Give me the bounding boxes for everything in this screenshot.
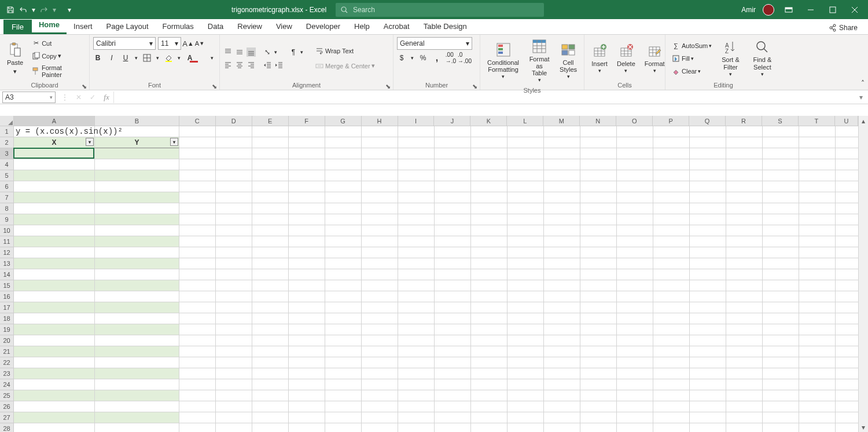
cell[interactable] bbox=[398, 291, 435, 302]
cell[interactable] bbox=[398, 346, 435, 357]
cell[interactable] bbox=[95, 181, 179, 192]
cell[interactable] bbox=[617, 203, 653, 214]
align-middle-icon[interactable] bbox=[235, 47, 244, 57]
cell[interactable] bbox=[580, 258, 617, 269]
cell[interactable] bbox=[763, 412, 799, 423]
cell[interactable] bbox=[289, 357, 325, 368]
cancel-icon[interactable]: ✕ bbox=[74, 93, 83, 102]
cell[interactable] bbox=[95, 379, 179, 390]
cell[interactable] bbox=[507, 236, 544, 247]
cell[interactable] bbox=[617, 192, 653, 203]
cell[interactable] bbox=[95, 225, 179, 236]
cell[interactable] bbox=[435, 346, 471, 357]
cell[interactable] bbox=[216, 225, 252, 236]
cell[interactable] bbox=[435, 192, 471, 203]
cell[interactable] bbox=[362, 335, 398, 346]
cell[interactable] bbox=[398, 170, 435, 181]
increase-decimal-icon[interactable]: .00→.0 bbox=[446, 53, 455, 63]
cell[interactable] bbox=[95, 390, 179, 401]
cell[interactable] bbox=[95, 203, 179, 214]
cell[interactable] bbox=[179, 280, 216, 291]
cell[interactable] bbox=[14, 225, 95, 236]
cell[interactable] bbox=[325, 214, 362, 225]
cell[interactable] bbox=[544, 247, 580, 258]
cell[interactable] bbox=[799, 225, 836, 236]
expand-formula-bar-icon[interactable]: ▾ bbox=[856, 93, 866, 102]
cell[interactable] bbox=[507, 291, 544, 302]
cell[interactable] bbox=[580, 225, 617, 236]
cell[interactable] bbox=[435, 159, 471, 170]
cell[interactable] bbox=[179, 324, 216, 335]
cell[interactable] bbox=[507, 126, 544, 137]
cell[interactable] bbox=[690, 368, 726, 379]
cell[interactable] bbox=[362, 225, 398, 236]
cell[interactable] bbox=[179, 346, 216, 357]
cell[interactable] bbox=[799, 203, 836, 214]
cell[interactable] bbox=[325, 335, 362, 346]
cell[interactable] bbox=[726, 423, 763, 432]
tab-help[interactable]: Help bbox=[347, 19, 377, 34]
cell[interactable] bbox=[95, 170, 179, 181]
cell[interactable] bbox=[471, 148, 507, 159]
cell[interactable] bbox=[95, 368, 179, 379]
cell[interactable] bbox=[216, 379, 252, 390]
cell[interactable] bbox=[617, 170, 653, 181]
cell[interactable] bbox=[726, 368, 763, 379]
cell[interactable] bbox=[216, 390, 252, 401]
cell[interactable] bbox=[763, 170, 799, 181]
cell[interactable] bbox=[179, 423, 216, 432]
column-header[interactable]: M bbox=[543, 116, 580, 126]
cell[interactable] bbox=[14, 379, 95, 390]
cell[interactable] bbox=[726, 247, 763, 258]
cell[interactable] bbox=[799, 401, 836, 412]
cell[interactable] bbox=[653, 236, 690, 247]
cell[interactable] bbox=[252, 236, 289, 247]
cell[interactable] bbox=[398, 181, 435, 192]
cell[interactable] bbox=[216, 346, 252, 357]
cell[interactable] bbox=[179, 192, 216, 203]
cell[interactable] bbox=[435, 368, 471, 379]
cell[interactable] bbox=[690, 225, 726, 236]
cell[interactable] bbox=[653, 181, 690, 192]
cell[interactable] bbox=[289, 170, 325, 181]
cell[interactable] bbox=[435, 269, 471, 280]
column-header[interactable]: D bbox=[216, 116, 252, 126]
cell[interactable] bbox=[179, 390, 216, 401]
cell[interactable] bbox=[763, 148, 799, 159]
qat-customize-icon[interactable]: ▾ bbox=[65, 5, 74, 14]
cell[interactable] bbox=[471, 247, 507, 258]
cell[interactable] bbox=[14, 280, 95, 291]
column-header[interactable]: N bbox=[580, 116, 616, 126]
column-header[interactable]: J bbox=[434, 116, 470, 126]
cell[interactable] bbox=[398, 368, 435, 379]
cell[interactable] bbox=[836, 181, 858, 192]
cell[interactable] bbox=[544, 181, 580, 192]
row-header[interactable]: 8 bbox=[0, 203, 14, 214]
cell[interactable] bbox=[325, 280, 362, 291]
cell[interactable] bbox=[95, 324, 179, 335]
cell[interactable] bbox=[580, 214, 617, 225]
cell[interactable] bbox=[763, 214, 799, 225]
cell[interactable] bbox=[14, 159, 95, 170]
cell[interactable] bbox=[726, 412, 763, 423]
wrap-text-button[interactable]: Wrap Text bbox=[312, 45, 377, 57]
cell[interactable] bbox=[252, 137, 289, 148]
cell[interactable] bbox=[763, 390, 799, 401]
align-bottom-icon[interactable] bbox=[247, 47, 256, 57]
column-header[interactable]: G bbox=[325, 116, 362, 126]
row-header[interactable]: 7 bbox=[0, 192, 14, 203]
cell[interactable] bbox=[95, 401, 179, 412]
cell[interactable] bbox=[289, 181, 325, 192]
cell[interactable] bbox=[507, 203, 544, 214]
cell[interactable] bbox=[544, 368, 580, 379]
fill-color-icon[interactable] bbox=[164, 53, 173, 63]
cell[interactable] bbox=[690, 324, 726, 335]
cell[interactable] bbox=[617, 379, 653, 390]
row-header[interactable]: 10 bbox=[0, 225, 14, 236]
borders-icon[interactable] bbox=[142, 53, 152, 63]
cell[interactable] bbox=[14, 401, 95, 412]
cell[interactable] bbox=[289, 192, 325, 203]
cell[interactable] bbox=[398, 302, 435, 313]
cell[interactable] bbox=[289, 423, 325, 432]
cell[interactable] bbox=[544, 258, 580, 269]
